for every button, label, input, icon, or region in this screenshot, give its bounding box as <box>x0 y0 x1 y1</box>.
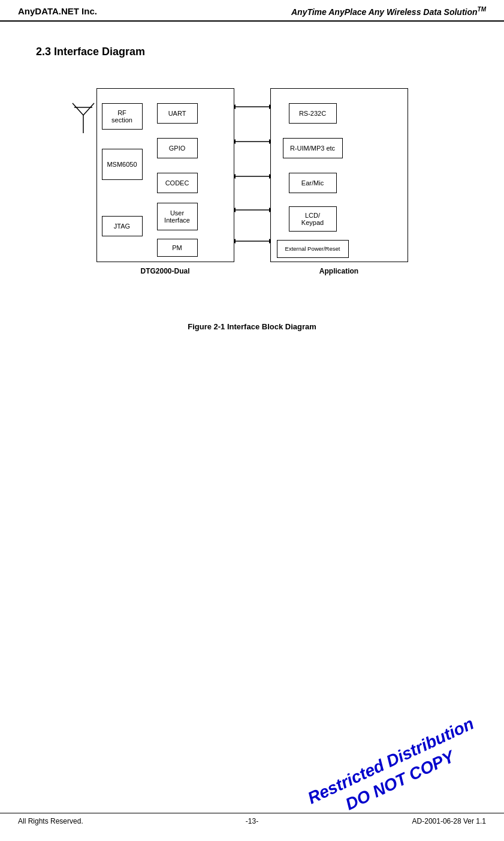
rs232-box: RS-232C <box>289 103 337 124</box>
codec-box: CODEC <box>157 173 198 193</box>
diagram-wrapper: RFsection MSM6050 JTAG UART GPIO <box>36 82 468 298</box>
footer-left: All Rights Reserved. <box>18 817 83 825</box>
dtg-label: DTG2000-Dual <box>96 267 234 275</box>
tagline: AnyTime AnyPlace Any Wireless Data Solut… <box>291 6 486 17</box>
lcd-label: LCD/Keypad <box>301 212 324 226</box>
page-header: AnyDATA.NET Inc. AnyTime AnyPlace Any Wi… <box>0 0 504 22</box>
company-name: AnyDATA.NET Inc. <box>18 6 97 16</box>
interface-diagram: RFsection MSM6050 JTAG UART GPIO <box>67 82 438 298</box>
svg-line-2 <box>83 103 94 115</box>
gpio-box: GPIO <box>157 138 198 158</box>
jtag-label: JTAG <box>114 223 130 230</box>
footer-right: AD-2001-06-28 Ver 1.1 <box>412 817 486 825</box>
codec-label: CODEC <box>165 179 189 187</box>
ui-label: UserInterface <box>164 209 190 224</box>
rf-label: RFsection <box>111 109 132 124</box>
ext-power-box: External Power/Reset <box>277 240 349 258</box>
section-title: 2.3 Interface Diagram <box>36 46 468 58</box>
lcd-box: LCD/Keypad <box>289 206 337 232</box>
pm-box: PM <box>157 239 198 257</box>
dtg-box: RFsection MSM6050 JTAG UART GPIO <box>96 88 234 262</box>
pm-label: PM <box>172 244 182 251</box>
gpio-label: GPIO <box>169 145 186 152</box>
application-box: RS-232C R-UIM/MP3 etc Ear/Mic LCD/Keypad… <box>270 88 408 262</box>
earmic-label: Ear/Mic <box>301 179 324 187</box>
uart-box: UART <box>157 103 198 124</box>
svg-line-1 <box>73 103 83 115</box>
jtag-box: JTAG <box>102 216 143 236</box>
app-label: Application <box>270 267 408 275</box>
rs232-label: RS-232C <box>299 110 326 117</box>
msm-box: MSM6050 <box>102 149 143 180</box>
ext-label: External Power/Reset <box>285 245 340 252</box>
page-number: -13- <box>246 813 258 829</box>
rf-section-box: RFsection <box>102 103 143 130</box>
ruim-label: R-UIM/MP3 etc <box>290 145 335 152</box>
uart-label: UART <box>168 110 186 117</box>
ui-box: UserInterface <box>157 203 198 230</box>
ruim-box: R-UIM/MP3 etc <box>283 138 343 158</box>
msm-label: MSM6050 <box>107 161 137 168</box>
figure-caption: Figure 2-1 Interface Block Diagram <box>36 322 468 331</box>
earmic-box: Ear/Mic <box>289 173 337 193</box>
watermark: Restricted Distribution DO NOT COPY <box>304 713 487 830</box>
main-content: 2.3 Interface Diagram <box>0 22 504 361</box>
